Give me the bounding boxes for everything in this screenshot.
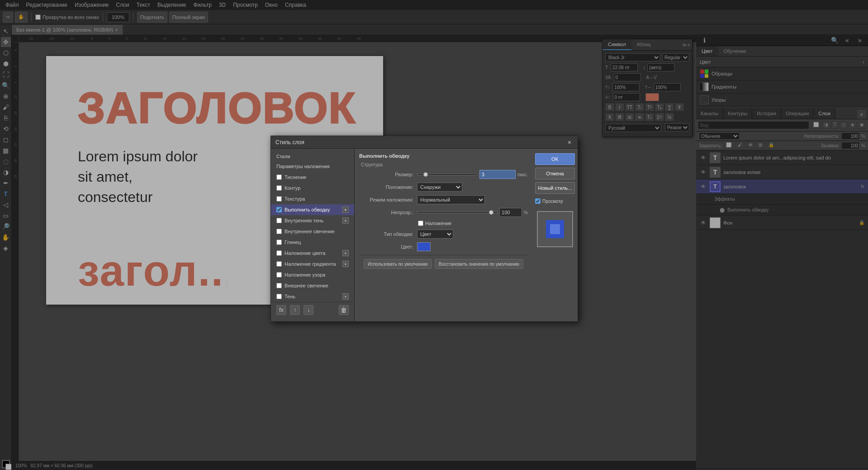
inner-glow-check[interactable] (276, 229, 282, 234)
dialog-stroke-settings: Выполнить обводку Структура Размер: пикс… (355, 149, 532, 321)
dialog-title: Стиль слоя (275, 139, 304, 146)
fill-type-label: Тип обводки: (359, 231, 413, 237)
size-slider[interactable] (417, 174, 478, 175)
style-dialog: Стиль слоя × Стили Параметры наложения Т… (270, 136, 578, 322)
shadow-check[interactable] (276, 294, 282, 299)
shadow-label: Тень (285, 294, 295, 299)
tesnenie-label: Тиснение (285, 174, 306, 180)
stroke-label: Выполнить обводку (285, 207, 330, 212)
overlay-label: Наложение (425, 221, 451, 226)
dialog-style-kontur[interactable]: Контур (271, 183, 354, 193)
dialog-style-pattern-overlay[interactable]: Наложение узора (271, 269, 354, 280)
fx-delete-btn[interactable]: 🗑 (339, 305, 349, 315)
kontur-label: Контур (285, 185, 300, 191)
dialog-ok-btn[interactable]: OK (535, 153, 575, 165)
dialog-preview-label: Просмотр (542, 199, 563, 204)
dialog-style-inner-glow[interactable]: Внутреннее свечение (271, 226, 354, 237)
dialog-style-gloss[interactable]: Глянец (271, 237, 354, 248)
fx-down-btn[interactable]: ↓ (304, 305, 313, 315)
fill-type-row: Тип обводки: Цвет Градиент Узор (359, 230, 528, 239)
fx-up-btn[interactable]: ↑ (290, 305, 300, 315)
dialog-style-params[interactable]: Параметры наложения (271, 161, 354, 172)
size-unit: пикс. (517, 172, 528, 177)
dialog-blend-row: Режим наложения: Нормальный (359, 195, 528, 204)
texture-check[interactable] (276, 196, 282, 202)
position-label: Положение: (359, 184, 413, 190)
dialog-style-gradient-overlay[interactable]: Наложение градиента + (271, 258, 354, 269)
use-default-btn[interactable]: Использовать по умолчанию (364, 259, 432, 269)
dialog-color-label: Цвет: (359, 244, 413, 249)
size-label: Размер: (359, 172, 413, 177)
dialog-style-tesnenie[interactable]: Тиснение (271, 172, 354, 183)
color-overlay-check[interactable] (276, 250, 282, 256)
outer-glow-check[interactable] (276, 283, 282, 288)
stroke-add-btn[interactable]: + (342, 207, 349, 213)
inner-glow-label: Внутреннее свечение (285, 229, 335, 234)
dialog-color-swatch[interactable] (417, 242, 431, 251)
dialog-preview-check[interactable] (535, 198, 541, 204)
inner-shadow-add-btn[interactable]: + (342, 217, 349, 224)
dialog-style-texture[interactable]: Текстура (271, 193, 354, 204)
opacity-slider-thumb (489, 210, 493, 215)
stroke-check[interactable] (276, 207, 282, 212)
inner-shadow-label: Внутренняя тень (285, 218, 323, 223)
dialog-body: Стили Параметры наложения Тиснение Конту… (271, 149, 578, 321)
fx-add-btn[interactable]: fx (276, 305, 286, 315)
gradient-overlay-check[interactable] (276, 261, 282, 267)
dialog-action-btns: OK Отмена Новый стиль... Просмотр (532, 149, 578, 321)
dialog-style-inner-shadow[interactable]: Внутренняя тень + (271, 215, 354, 226)
tesnenie-check[interactable] (276, 174, 282, 180)
gloss-label: Глянец (285, 240, 301, 245)
params-label: Параметры наложения (276, 164, 330, 169)
dialog-opacity-input[interactable] (499, 208, 522, 217)
dialog-opacity-label: Непрозр.: (359, 210, 413, 215)
restore-default-btn[interactable]: Восстановить значения по умолчанию (435, 259, 523, 269)
dialog-styles-title: Стили (271, 152, 354, 161)
dialog-cancel-btn[interactable]: Отмена (535, 168, 575, 179)
dialog-preview-row: Просмотр (535, 198, 575, 204)
pattern-overlay-label: Наложение узора (285, 272, 325, 277)
dialog-fx-row: fx ↑ ↓ 🗑 (271, 302, 354, 318)
preview-inner (546, 220, 564, 238)
dialog-preview-box (537, 211, 573, 247)
dialog-color-row: Цвет: (359, 242, 528, 251)
color-overlay-add-btn[interactable]: + (342, 250, 349, 256)
dialog-bottom-btns: Использовать по умолчанию Восстановить з… (359, 255, 528, 273)
dialog-struct-label: Структура (359, 162, 528, 167)
overlay-checkbox-row: Наложение (418, 221, 528, 226)
dialog-style-shadow[interactable]: Тень + (271, 291, 354, 302)
size-input[interactable] (479, 170, 516, 179)
pattern-overlay-check[interactable] (276, 272, 282, 277)
gradient-overlay-add-btn[interactable]: + (342, 261, 349, 267)
outer-glow-label: Внешнее свечение (285, 283, 328, 288)
dialog-titlebar: Стиль слоя × (271, 136, 578, 149)
texture-label: Текстура (285, 196, 305, 202)
size-slider-thumb (423, 172, 428, 177)
fill-type-select[interactable]: Цвет Градиент Узор (417, 230, 453, 239)
dialog-stroke-title: Выполнить обводку (359, 153, 528, 159)
dialog-opacity-row: Непрозр.: % (359, 208, 528, 217)
dialog-opacity-pct: % (524, 210, 528, 215)
color-overlay-label: Наложение цвета (285, 250, 325, 256)
shadow-add-btn[interactable]: + (342, 293, 349, 300)
blend-label: Режим наложения: (359, 197, 413, 202)
dialog-close-btn[interactable]: × (566, 139, 573, 146)
overlay-checkbox[interactable] (418, 221, 423, 226)
dialog-styles-list: Стили Параметры наложения Тиснение Конту… (271, 149, 355, 321)
opacity-slider[interactable] (417, 212, 498, 213)
inner-shadow-check[interactable] (276, 218, 282, 223)
kontur-check[interactable] (276, 185, 282, 191)
dialog-position-row: Положение: Снаружи Внутри По центру (359, 183, 528, 192)
dialog-size-row: Размер: пикс. (359, 170, 528, 179)
dialog-style-color-overlay[interactable]: Наложение цвета + (271, 248, 354, 258)
gloss-check[interactable] (276, 240, 282, 245)
blend-select[interactable]: Нормальный (417, 195, 485, 204)
position-select[interactable]: Снаружи Внутри По центру (417, 183, 462, 192)
dialog-style-stroke[interactable]: Выполнить обводку + (271, 204, 354, 215)
dialog-style-outer-glow[interactable]: Внешнее свечение (271, 280, 354, 291)
gradient-overlay-label: Наложение градиента (285, 261, 336, 267)
dialog-new-style-btn[interactable]: Новый стиль... (535, 182, 575, 194)
